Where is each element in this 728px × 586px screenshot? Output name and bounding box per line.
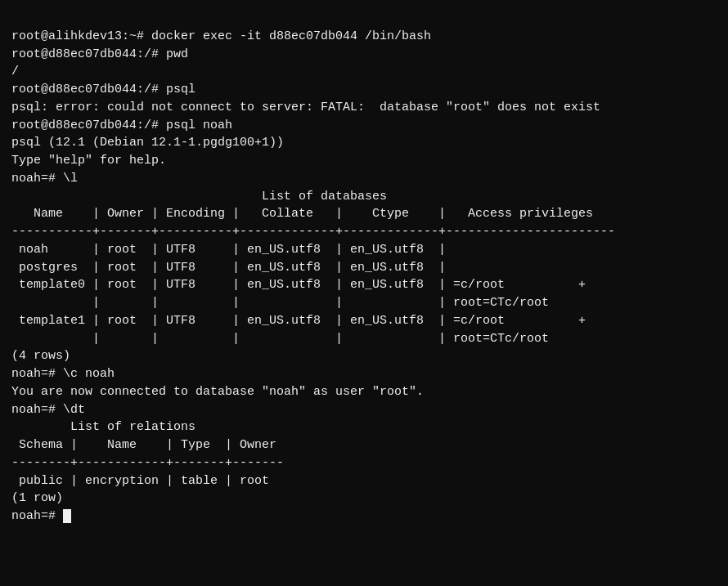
terminal-line: postgres | root | UTF8 | en_US.utf8 | en… (11, 259, 717, 277)
terminal-line: template1 | root | UTF8 | en_US.utf8 | e… (11, 312, 717, 330)
terminal-line: psql: error: could not connect to server… (11, 99, 717, 117)
terminal-line: psql (12.1 (Debian 12.1-1.pgdg100+1)) (11, 134, 717, 152)
terminal-line: Type "help" for help. (11, 152, 717, 170)
terminal-line: root@d88ec07db044:/# pwd (11, 46, 717, 64)
terminal-line: noah=# \dt (11, 401, 717, 419)
terminal-line: noah=# \c noah (11, 365, 717, 383)
terminal-line: public | encryption | table | root (11, 472, 717, 490)
terminal-line: noah=# \l (11, 170, 717, 188)
terminal-line: root@alihkdev13:~# docker exec -it d88ec… (11, 28, 717, 46)
terminal-line: List of databases (11, 188, 717, 206)
terminal-line: -----------+-------+----------+---------… (11, 223, 717, 241)
terminal-line: / (11, 63, 717, 81)
terminal-cursor (63, 509, 71, 523)
terminal-line: Schema | Name | Type | Owner (11, 436, 717, 454)
terminal-line: (4 rows) (11, 347, 717, 365)
terminal-line: template0 | root | UTF8 | en_US.utf8 | e… (11, 276, 717, 294)
terminal-line: root@d88ec07db044:/# psql (11, 81, 717, 99)
terminal-line: You are now connected to database "noah"… (11, 383, 717, 401)
terminal-line: (1 row) (11, 490, 717, 508)
terminal-window: root@alihkdev13:~# docker exec -it d88ec… (11, 10, 717, 526)
terminal-line: root@d88ec07db044:/# psql noah (11, 117, 717, 135)
terminal-line: | | | | | root=CTc/root (11, 330, 717, 348)
terminal-line: noah | root | UTF8 | en_US.utf8 | en_US.… (11, 241, 717, 259)
terminal-line: Name | Owner | Encoding | Collate | Ctyp… (11, 205, 717, 223)
terminal-line: | | | | | root=CTc/root (11, 294, 717, 312)
terminal-line: --------+------------+-------+------- (11, 454, 717, 472)
terminal-line: noah=# (11, 508, 717, 526)
terminal-line: List of relations (11, 418, 717, 436)
